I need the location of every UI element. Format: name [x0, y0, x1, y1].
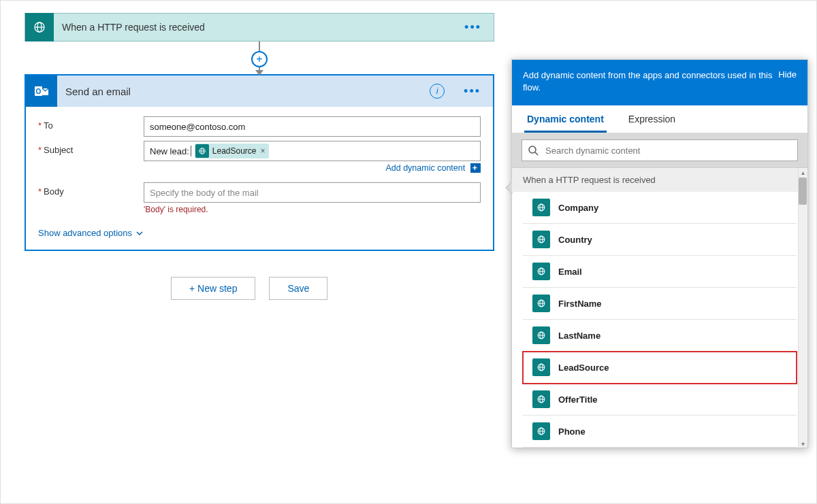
- to-input[interactable]: someone@contoso.com: [144, 116, 481, 137]
- tab-dynamic-content[interactable]: Dynamic content: [524, 105, 607, 133]
- http-token-icon: [532, 422, 550, 440]
- http-trigger-icon: [25, 13, 54, 41]
- token-remove-button[interactable]: ×: [261, 146, 266, 156]
- dc-item-lastname[interactable]: LastName: [523, 320, 797, 352]
- trigger-title: When a HTTP request is received: [54, 22, 452, 33]
- dc-item-label: OfferTitle: [558, 394, 598, 405]
- svg-point-8: [529, 146, 536, 153]
- dc-item-label: LeadSource: [558, 363, 609, 373]
- add-dynamic-content-link[interactable]: Add dynamic content: [385, 163, 465, 173]
- dc-item-offertitle[interactable]: OfferTitle: [523, 384, 797, 416]
- dc-item-label: Company: [558, 203, 598, 213]
- http-token-icon: [532, 326, 550, 344]
- dc-item-firstname[interactable]: FirstName: [523, 288, 797, 320]
- body-label: *Body: [38, 182, 144, 197]
- scroll-thumb[interactable]: [799, 178, 807, 205]
- dc-item-email[interactable]: Email: [523, 256, 797, 288]
- action-menu-button[interactable]: •••: [451, 84, 493, 99]
- action-title: Send an email: [57, 86, 430, 97]
- dc-item-country[interactable]: Country: [523, 224, 797, 256]
- body-input[interactable]: Specify the body of the mail: [144, 182, 481, 203]
- http-token-icon: [532, 295, 550, 312]
- dc-group-header: When a HTTP request is received: [512, 168, 807, 192]
- to-label: *To: [38, 116, 144, 131]
- text-cursor: [191, 146, 191, 156]
- dc-item-label: FirstName: [558, 299, 602, 309]
- subject-label: *Subject: [38, 141, 144, 155]
- info-icon[interactable]: i: [430, 84, 445, 99]
- dc-scrollbar[interactable]: ▴ ▾: [798, 168, 807, 448]
- svg-text:O: O: [36, 88, 42, 95]
- trigger-card[interactable]: When a HTTP request is received •••: [25, 13, 494, 41]
- action-header[interactable]: O Send an email i •••: [26, 75, 493, 107]
- http-token-icon: [532, 390, 550, 408]
- subject-prefix-text: New lead:: [150, 146, 189, 156]
- subject-input[interactable]: New lead: LeadSource ×: [144, 141, 481, 161]
- dc-item-label: LastName: [558, 331, 600, 341]
- dc-hide-button[interactable]: Hide: [778, 69, 797, 93]
- http-token-icon: [532, 263, 550, 280]
- add-dc-badge-icon[interactable]: +: [470, 163, 481, 173]
- trigger-menu-button[interactable]: •••: [452, 20, 494, 35]
- action-card: O Send an email i ••• *To someone@contos…: [25, 74, 494, 251]
- dynamic-content-panel: Add dynamic content from the apps and co…: [511, 59, 808, 448]
- token-label: LeadSource: [212, 146, 257, 156]
- show-advanced-options-link[interactable]: Show advanced options: [38, 228, 144, 238]
- scroll-up-icon[interactable]: ▴: [799, 169, 806, 175]
- dc-search-input[interactable]: [544, 145, 792, 156]
- http-token-icon: [532, 231, 550, 248]
- dc-item-label: Country: [558, 235, 592, 245]
- new-step-button[interactable]: + New step: [171, 277, 255, 300]
- panel-pointer: [505, 181, 512, 195]
- http-token-icon: [532, 358, 550, 376]
- dc-item-label: Email: [558, 267, 582, 277]
- dc-panel-header-text: Add dynamic content from the apps and co…: [523, 69, 778, 93]
- http-token-icon: [195, 144, 209, 158]
- dc-item-phone[interactable]: Phone: [523, 416, 797, 448]
- connector-arrow: +: [259, 41, 260, 74]
- insert-step-button[interactable]: +: [251, 51, 268, 67]
- tab-expression[interactable]: Expression: [626, 105, 678, 133]
- leadsource-token[interactable]: LeadSource ×: [195, 144, 269, 158]
- dc-item-company[interactable]: Company: [523, 192, 797, 224]
- save-button[interactable]: Save: [269, 277, 327, 300]
- scroll-down-icon[interactable]: ▾: [799, 440, 806, 447]
- dc-item-leadsource[interactable]: LeadSource: [523, 352, 797, 384]
- http-token-icon: [532, 199, 550, 216]
- dc-search-field[interactable]: [522, 139, 798, 161]
- body-error-text: 'Body' is required.: [144, 205, 481, 214]
- svg-line-9: [535, 152, 538, 155]
- search-icon: [528, 145, 539, 156]
- outlook-icon: O: [26, 75, 57, 107]
- dc-item-label: Phone: [558, 426, 586, 437]
